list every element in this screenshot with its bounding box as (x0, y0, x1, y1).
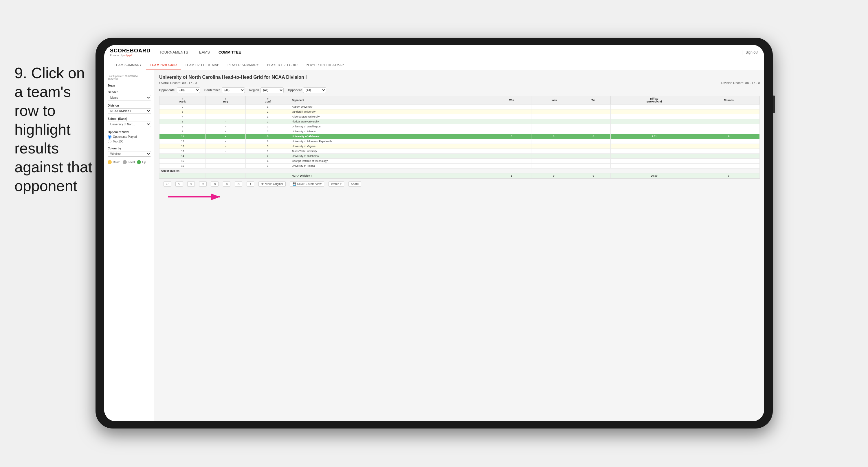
nav-bar: SCOREBOARD Powered by clippd TOURNAMENTS… (104, 45, 764, 60)
last-updated: Last Updated: 27/03/2024 16:55:38 (108, 75, 151, 81)
sidebar-colour-label: Colour by (108, 147, 151, 150)
sub-nav-player-summary[interactable]: PLAYER SUMMARY (223, 61, 263, 69)
table-row[interactable]: 3 - 2 Vanderbilt University (159, 110, 760, 114)
table-row[interactable]: 16 - 3 University of Florida (159, 164, 760, 169)
col-rounds: Rounds (698, 96, 760, 105)
sidebar-division-section: Division NCAA Division I (108, 104, 151, 114)
star-button[interactable]: ✦ (247, 181, 254, 187)
sidebar-gender-section: Gender Men's (108, 91, 151, 100)
conference-select[interactable]: (All) (222, 87, 245, 93)
table-row[interactable]: 2 - 1 Auburn University (159, 105, 760, 110)
sidebar-colour-select[interactable]: Win/loss (108, 151, 151, 157)
sidebar-team-section: Team (108, 84, 151, 87)
nav-divider: | (742, 50, 743, 55)
opponent-label: Opponent (288, 89, 302, 92)
sidebar-team-label: Team (108, 84, 151, 87)
table-row[interactable]: 8 - 2 University of Washington (159, 124, 760, 129)
table-row[interactable]: 9 - 3 University of Arizona (159, 129, 760, 134)
grid-button[interactable]: ⊞ (199, 181, 207, 187)
share-button[interactable]: Share (348, 181, 362, 187)
nav-teams[interactable]: TEAMS (197, 49, 210, 56)
legend-down: Down (108, 160, 120, 164)
remove-button[interactable]: ⊗ (223, 181, 230, 187)
save-custom-view-button[interactable]: 💾 Save Custom View (290, 181, 324, 187)
out-of-division-table-row[interactable]: NCAA Division II 1 0 0 26.00 3 (159, 173, 760, 178)
sub-nav: TEAM SUMMARY TEAM H2H GRID TEAM H2H HEAT… (104, 60, 764, 70)
h2h-table: #Rank #Reg #Conf Opponent Win Loss Tie D… (159, 96, 760, 178)
save-icon: 💾 (292, 182, 296, 185)
table-row[interactable]: 14 - 2 University of Oklahoma (159, 154, 760, 159)
view-icon: 👁 (261, 182, 264, 185)
filter-conference: Conference (All) (204, 87, 245, 93)
section-header-row: Out of division (159, 169, 760, 173)
watch-button[interactable]: Watch ▾ (329, 181, 344, 187)
sub-nav-player-h2h-heatmap[interactable]: PLAYER H2H HEATMAP (302, 61, 348, 69)
back-button[interactable]: ⟲ (187, 181, 195, 187)
instruction-body: Click on a team's row to highlight resul… (14, 64, 92, 194)
legend-dot-down (108, 160, 112, 164)
circle-button[interactable]: ⊙ (235, 181, 242, 187)
logo-clippd: clippd (124, 54, 132, 57)
table-row[interactable]: 12 - 6 University of Arkansas, Fayettevi… (159, 139, 760, 144)
nav-committee[interactable]: COMMITTEE (219, 49, 241, 56)
division-record: Division Record: 88 - 17 - 0 (721, 81, 760, 85)
col-tie: Tie (576, 96, 611, 105)
region-select[interactable]: (All) (260, 87, 284, 93)
radio-top-100[interactable]: Top 100 (108, 140, 151, 143)
radio-opponents-played[interactable]: Opponents Played (108, 135, 151, 139)
legend-level: Level (123, 160, 135, 164)
add-button[interactable]: ⊕ (211, 181, 219, 187)
tablet-side-button (773, 95, 775, 113)
table-row[interactable]: 13 - 1 Texas Tech University (159, 149, 760, 154)
filter-opponents: Opponents: (All) (159, 87, 200, 93)
sidebar-division-label: Division (108, 104, 151, 107)
legend-dot-level (123, 160, 127, 164)
filter-region: Region (All) (249, 87, 284, 93)
col-win: Win (492, 96, 531, 105)
conference-label: Conference (204, 89, 220, 92)
sidebar-opponent-view-section: Opponent View Opponents Played Top 100 (108, 130, 151, 143)
sub-nav-team-summary[interactable]: TEAM SUMMARY (110, 61, 146, 69)
col-diff: Diff AvStrokes/Rnd (611, 96, 698, 105)
sub-nav-team-h2h-grid[interactable]: TEAM H2H GRID (146, 61, 181, 69)
col-reg: #Reg (206, 96, 245, 105)
sidebar-division-select[interactable]: NCAA Division I (108, 108, 151, 114)
col-rank: #Rank (159, 96, 206, 105)
col-opponent: Opponent (290, 96, 492, 105)
nav-tournaments[interactable]: TOURNAMENTS (159, 49, 188, 56)
filter-row: Opponents: (All) Conference (All) Region (159, 87, 760, 93)
opponents-label: Opponents: (159, 89, 176, 92)
redo-button[interactable]: ↪ (176, 181, 183, 187)
instruction-text: 9. Click on a team's row to highlight re… (14, 64, 95, 196)
logo-powered: Powered by clippd (110, 54, 151, 57)
sidebar-school-section: School (Rank) University of Nort... (108, 117, 151, 127)
table-row[interactable]: 15 - 4 Georgia Institute of Technology (159, 159, 760, 164)
legend-up: Up (137, 160, 146, 164)
logo-area: SCOREBOARD Powered by clippd (110, 48, 151, 57)
sidebar-school-select[interactable]: University of Nort... (108, 122, 151, 127)
col-loss: Loss (531, 96, 576, 105)
filter-opponent: Opponent (All) (288, 87, 326, 93)
legend-dot-up (137, 160, 141, 164)
table-row[interactable]: 13 - 3 University of Virginia (159, 144, 760, 149)
logo-scoreboard: SCOREBOARD (110, 48, 151, 54)
sidebar-colour-section: Colour by Win/loss (108, 147, 151, 157)
view-original-button[interactable]: 👁 View: Original (258, 181, 286, 187)
undo-button[interactable]: ↩ (163, 181, 171, 187)
sidebar-gender-select[interactable]: Men's (108, 95, 151, 100)
table-row[interactable]: 6 - 2 Florida State University (159, 119, 760, 124)
opponents-select[interactable]: (All) (177, 87, 200, 93)
tablet-screen: SCOREBOARD Powered by clippd TOURNAMENTS… (104, 45, 764, 421)
grid-content: University of North Carolina Head-to-Hea… (155, 70, 764, 421)
tablet-device: SCOREBOARD Powered by clippd TOURNAMENTS… (95, 38, 773, 429)
sub-nav-player-h2h-grid[interactable]: PLAYER H2H GRID (263, 61, 302, 69)
sign-out-link[interactable]: Sign out (746, 50, 758, 54)
overall-record: Overall Record: 89 - 17 - 0 (159, 81, 197, 85)
bottom-toolbar: ↩ ↪ ⟲ ⊞ ⊕ ⊗ ⊙ ✦ 👁 View: Original 💾 Save … (159, 178, 760, 189)
table-row[interactable]: 4 - 1 Arizona State University (159, 114, 760, 119)
sidebar-radio-group: Opponents Played Top 100 (108, 135, 151, 143)
table-row-highlighted[interactable]: 11 - 5 University of Alabama 3 0 0 2.61 … (159, 134, 760, 139)
region-label: Region (249, 89, 259, 92)
sub-nav-team-h2h-heatmap[interactable]: TEAM H2H HEATMAP (181, 61, 223, 69)
opponent-select[interactable]: (All) (303, 87, 326, 93)
